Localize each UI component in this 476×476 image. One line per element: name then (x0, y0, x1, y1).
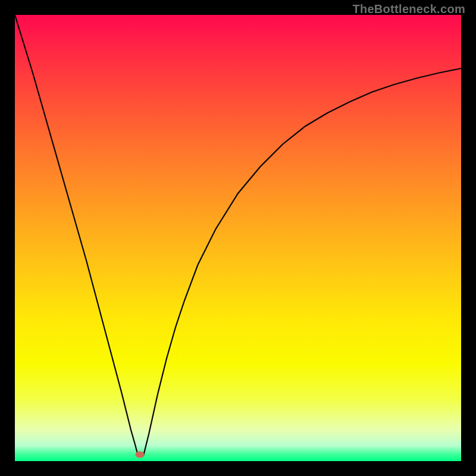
optimum-marker-dot (136, 451, 145, 458)
watermark-text: TheBottleneck.com (352, 2, 465, 16)
chart-frame: TheBottleneck.com (0, 0, 476, 476)
curve-right-segment (143, 68, 461, 456)
curve-left-segment (15, 15, 138, 456)
bottleneck-curve (15, 15, 461, 461)
plot-area (15, 15, 461, 461)
